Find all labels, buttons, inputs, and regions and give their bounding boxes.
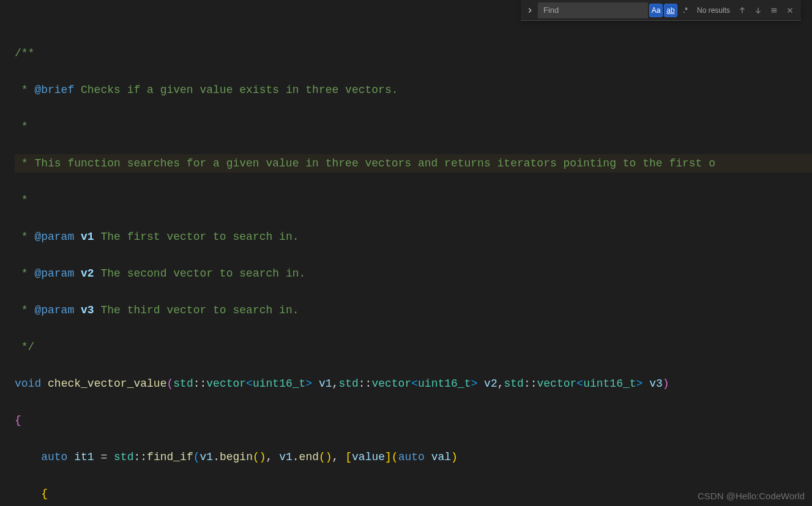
doc-param-tag: @param — [34, 264, 74, 283]
doc-star: * — [15, 154, 34, 173]
doc-param-text: The second vector to search in. — [94, 264, 306, 283]
find-regex[interactable]: .* — [679, 4, 692, 17]
doc-param-tag: @param — [34, 301, 74, 319]
find-widget: Aa ab .* No results — [521, 0, 801, 21]
code-line: auto it1 = std::find_if(v1.begin(), v1.e… — [15, 448, 812, 466]
doc-desc: This function searches for a given value… — [34, 154, 715, 173]
doc-star: * — [15, 228, 34, 246]
doc-param-text: The first vector to search in. — [94, 228, 299, 246]
doc-param-name: v2 — [81, 264, 94, 283]
doc-param-text: The third vector to search in. — [94, 301, 299, 319]
code-editor[interactable]: /** * @brief Checks if a given value exi… — [0, 0, 812, 506]
find-prev[interactable] — [735, 3, 750, 18]
doc-star: * — [15, 117, 28, 136]
doc-param-tag: @param — [34, 228, 74, 246]
find-case-sensitive[interactable]: Aa — [649, 4, 663, 17]
doc-close: */ — [15, 338, 34, 356]
find-close[interactable] — [783, 3, 797, 18]
function-signature: void check_vector_value(std::vector<uint… — [15, 374, 812, 393]
doc-brief-tag: @brief — [34, 81, 74, 99]
doc-param-name: v3 — [81, 301, 94, 319]
doc-star: * — [15, 301, 34, 319]
doc-star: * — [15, 81, 34, 99]
find-toggle-replace[interactable] — [524, 2, 535, 19]
doc-brief-text: Checks if a given value exists in three … — [74, 81, 398, 99]
doc-star: * — [15, 264, 34, 283]
find-input[interactable] — [538, 2, 648, 18]
find-whole-word[interactable]: ab — [664, 4, 677, 17]
doc-param-name: v1 — [81, 228, 94, 246]
lambda-open: { — [41, 485, 48, 503]
doc-open: /** — [15, 44, 34, 62]
doc-star: * — [15, 191, 28, 209]
find-selection[interactable] — [767, 3, 781, 18]
find-results: No results — [697, 6, 730, 15]
watermark: CSDN @Hello:CodeWorld — [698, 491, 805, 501]
open-brace: { — [15, 411, 21, 430]
find-next[interactable] — [751, 3, 765, 18]
